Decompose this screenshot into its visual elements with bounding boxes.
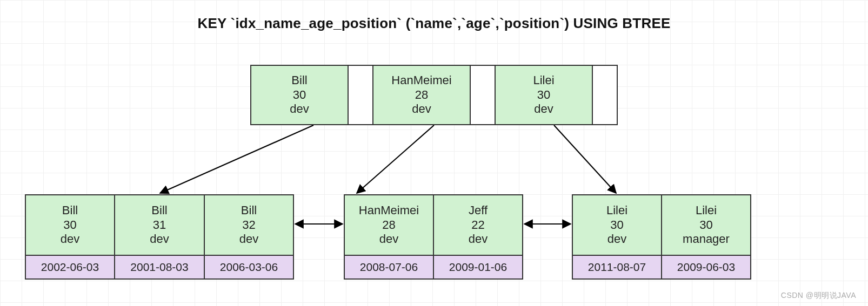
btree-root-node: Bill 30 dev HanMeimei 28 dev Lilei 30 de… [250,65,618,125]
leaf-key: Bill30dev [25,194,115,256]
root-pointer-gap [471,66,496,124]
diagram-title: KEY `idx_name_age_position` (`name`,`age… [0,15,868,32]
leaf-key-position: dev [469,232,488,246]
leaf-key-age: 22 [471,218,484,232]
leaf-key-position: manager [683,232,730,246]
root-key-name: Bill [291,73,307,87]
root-pointer-gap [349,66,373,124]
leaf-date: 2001-08-03 [115,256,204,280]
leaf-date: 2002-06-03 [25,256,115,280]
leaf-date: 2006-03-06 [204,256,294,280]
leaf-key-age: 31 [153,218,166,232]
leaf-key-age: 30 [610,218,623,232]
btree-leaf-row: Bill30dev2002-06-03Bill31dev2001-08-03Bi… [0,194,868,286]
leaf-key-position: dev [61,232,79,246]
leaf-key-name: Bill [62,203,78,217]
leaf-key-position: dev [379,232,398,246]
leaf-key: Lilei30manager [662,194,751,256]
leaf-key-position: dev [150,232,169,246]
root-key-position: dev [412,102,431,116]
root-key-name: HanMeimei [391,73,451,87]
leaf-date: 2011-08-07 [572,256,662,280]
leaf-key-name: Bill [241,203,257,217]
leaf-key-age: 30 [63,218,76,232]
btree-leaf-node: Lilei30dev2011-08-07Lilei30manager2009-0… [572,194,751,280]
leaf-cell: Bill31dev2001-08-03 [115,194,204,280]
btree-leaf-node: HanMeimei28dev2008-07-06Jeff22dev2009-01… [344,194,523,280]
leaf-cell: HanMeimei28dev2008-07-06 [344,194,433,280]
btree-leaf-node: Bill30dev2002-06-03Bill31dev2001-08-03Bi… [25,194,294,280]
leaf-key-position: dev [607,232,626,246]
watermark: CSDN @明明说JAVA [781,291,856,301]
root-key-position: dev [534,102,553,116]
leaf-key: Jeff22dev [433,194,523,256]
leaf-cell: Bill32dev2006-03-06 [204,194,294,280]
root-key-age: 30 [537,88,550,102]
leaf-cell: Jeff22dev2009-01-06 [433,194,523,280]
leaf-cell: Lilei30dev2011-08-07 [572,194,662,280]
leaf-cell: Lilei30manager2009-06-03 [662,194,751,280]
leaf-key: HanMeimei28dev [344,194,433,256]
leaf-key-name: Jeff [469,203,488,217]
leaf-date: 2009-06-03 [662,256,751,280]
leaf-key-name: Lilei [696,203,717,217]
leaf-date: 2008-07-06 [344,256,433,280]
root-key-1: HanMeimei 28 dev [373,66,471,124]
leaf-key-age: 32 [242,218,255,232]
root-key-name: Lilei [533,73,554,87]
leaf-date: 2009-01-06 [433,256,523,280]
leaf-cell: Bill30dev2002-06-03 [25,194,115,280]
leaf-key-name: HanMeimei [359,203,419,217]
leaf-key: Lilei30dev [572,194,662,256]
leaf-key: Bill32dev [204,194,294,256]
leaf-key-name: Bill [151,203,167,217]
leaf-key-position: dev [239,232,258,246]
leaf-key-name: Lilei [606,203,627,217]
root-pointer-gap [593,66,617,124]
root-key-position: dev [290,102,309,116]
leaf-key: Bill31dev [115,194,204,256]
root-key-age: 30 [293,88,306,102]
leaf-key-age: 30 [699,218,712,232]
root-key-2: Lilei 30 dev [496,66,593,124]
leaf-key-age: 28 [382,218,395,232]
root-key-age: 28 [415,88,428,102]
root-key-0: Bill 30 dev [251,66,349,124]
